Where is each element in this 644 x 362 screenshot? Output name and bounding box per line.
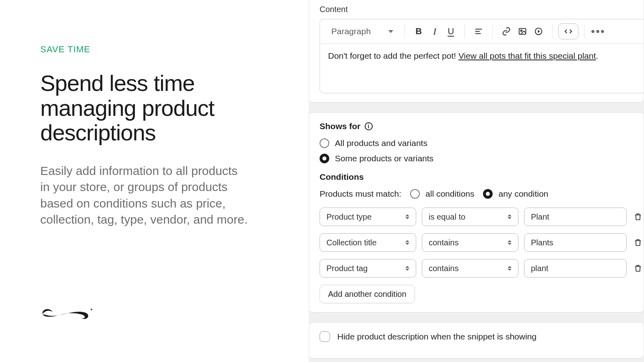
shows-for-card: Shows for i All products and variants So… [309, 112, 644, 313]
hide-description-label: Hide product description when the snippe… [337, 332, 537, 341]
condition-operator-value: is equal to [429, 212, 465, 222]
video-button[interactable] [530, 23, 547, 39]
paragraph-style-value: Paragraph [331, 27, 371, 36]
brand-logo [40, 305, 97, 322]
content-card: Content Paragraph B I U [309, 0, 644, 103]
trash-icon [634, 238, 642, 247]
chevron-down-icon [508, 269, 512, 271]
chevron-up-icon [508, 266, 512, 268]
condition-operator-value: contains [429, 238, 459, 247]
editor-link[interactable]: View all pots that fit this special plan… [458, 51, 596, 60]
image-icon [518, 27, 527, 36]
match-option-all-label: all conditions [425, 189, 474, 199]
page-body: Easily add information to all products i… [40, 163, 250, 228]
more-button[interactable]: ••• [590, 23, 606, 39]
chevron-down-icon [405, 269, 409, 271]
svg-marker-6 [538, 30, 540, 33]
toolbar-divider [492, 25, 493, 38]
condition-operator-select[interactable]: is equal to [422, 208, 518, 226]
match-label: Products must match: [320, 189, 401, 199]
match-option-any-label: any condition [498, 189, 548, 199]
align-left-icon [474, 27, 483, 36]
editor-text: Don't forget to add the perfect pot! [328, 51, 458, 60]
chevron-down-icon [388, 30, 393, 33]
chevron-up-icon [405, 266, 409, 268]
condition-row: Product type is equal to [320, 208, 644, 226]
delete-condition-button[interactable] [632, 238, 644, 247]
code-view-button[interactable] [558, 23, 578, 39]
info-icon[interactable]: i [365, 122, 373, 130]
toolbar-divider [464, 25, 465, 38]
link-icon [502, 27, 511, 36]
radio-icon [320, 138, 329, 148]
match-option-all[interactable]: all conditions [410, 189, 474, 199]
toolbar-divider [584, 25, 584, 38]
content-label: Content [320, 5, 644, 14]
condition-field-value: Product type [326, 212, 372, 222]
shows-option-all-label: All products and variants [335, 138, 427, 148]
condition-row: Product tag contains [320, 259, 644, 278]
hide-description-card: Hide product description when the snippe… [309, 322, 644, 358]
radio-icon [410, 189, 420, 199]
shows-option-some-label: Some products or variants [335, 154, 433, 163]
chevron-down-icon [508, 243, 512, 245]
conditions-header: Conditions [320, 172, 644, 182]
radio-checked-icon [483, 189, 493, 199]
image-button[interactable] [514, 23, 530, 39]
chevron-up-icon [405, 214, 409, 216]
delete-condition-button[interactable] [632, 212, 644, 221]
condition-operator-select[interactable]: contains [422, 233, 518, 252]
condition-field-select[interactable]: Product tag [320, 259, 416, 278]
condition-field-value: Collection title [326, 238, 377, 247]
editor-text-tail: . [596, 51, 599, 60]
condition-operator-value: contains [429, 264, 459, 273]
match-option-any[interactable]: any condition [483, 189, 548, 199]
chevron-up-icon [508, 240, 512, 242]
condition-value-input[interactable] [531, 264, 620, 273]
trash-icon [634, 212, 642, 221]
shows-for-header: Shows for [320, 121, 361, 131]
editor-toolbar: Paragraph B I U [320, 19, 644, 44]
condition-value-input-wrap [524, 259, 627, 278]
condition-value-input[interactable] [531, 212, 620, 222]
editor-body[interactable]: Don't forget to add the perfect pot! Vie… [320, 44, 644, 93]
shows-option-some[interactable]: Some products or variants [320, 154, 644, 163]
play-circle-icon [534, 27, 543, 36]
eyebrow: SAVE TIME [40, 44, 252, 55]
condition-field-select[interactable]: Collection title [320, 233, 416, 252]
condition-value-input-wrap [524, 208, 627, 226]
shows-option-all[interactable]: All products and variants [320, 138, 644, 148]
trash-icon [634, 264, 642, 273]
condition-row: Collection title contains [320, 233, 644, 252]
page-heading: Spend less time managing product descrip… [40, 71, 242, 145]
add-condition-button[interactable]: Add another condition [320, 285, 415, 303]
condition-value-input-wrap [524, 233, 627, 252]
chevron-down-icon [405, 243, 409, 245]
svg-point-4 [520, 30, 522, 31]
toolbar-divider [552, 25, 553, 38]
condition-value-input[interactable] [531, 238, 620, 247]
toolbar-divider [405, 25, 405, 38]
radio-checked-icon [320, 154, 329, 163]
condition-field-value: Product tag [326, 264, 367, 273]
code-icon [564, 27, 573, 36]
italic-button[interactable]: I [427, 23, 443, 39]
hide-description-checkbox[interactable] [320, 331, 330, 342]
chevron-down-icon [405, 217, 409, 219]
condition-operator-select[interactable]: contains [422, 259, 518, 278]
link-button[interactable] [498, 23, 514, 39]
condition-field-select[interactable]: Product type [320, 208, 416, 226]
align-button[interactable] [471, 23, 487, 39]
underline-button[interactable]: U [443, 23, 459, 39]
delete-condition-button[interactable] [632, 264, 644, 273]
paragraph-style-select[interactable]: Paragraph [326, 23, 399, 39]
bold-button[interactable]: B [411, 23, 427, 39]
rich-text-editor: Paragraph B I U [320, 19, 644, 93]
chevron-up-icon [508, 214, 512, 216]
chevron-down-icon [508, 217, 512, 219]
ellipsis-icon: ••• [591, 25, 605, 38]
chevron-up-icon [405, 240, 409, 242]
